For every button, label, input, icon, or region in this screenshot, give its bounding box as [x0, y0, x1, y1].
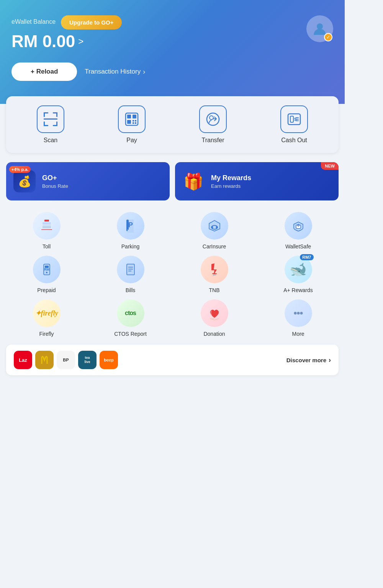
svg-rect-17	[135, 122, 136, 124]
tealive-logo[interactable]: tealive	[78, 351, 97, 369]
donation-item[interactable]: Donation	[174, 299, 255, 337]
arewards-icon: 🐋 RM7	[285, 256, 312, 283]
scan-icon	[41, 110, 60, 128]
scan-action[interactable]: Scan	[10, 105, 91, 144]
discover-more-label: Discover more	[286, 357, 326, 363]
firefly-item[interactable]: ✦firefly Firefly	[6, 299, 87, 337]
firefly-label: Firefly	[39, 331, 54, 337]
svg-rect-13	[127, 120, 131, 124]
go-plus-card[interactable]: +4% p.a. 💰 GO+ Bonus Rate	[6, 162, 170, 200]
services-grid: Toll P Parking	[6, 212, 339, 337]
transfer-icon	[204, 110, 222, 128]
walletsafe-item[interactable]: WalletSafe	[258, 212, 339, 250]
tnb-label: TNB	[209, 287, 220, 293]
mcd-logo[interactable]	[35, 351, 54, 369]
pay-icon	[123, 110, 141, 128]
more-label: More	[292, 331, 304, 337]
upgrade-button[interactable]: Upgrade to GO+	[61, 15, 122, 30]
svg-point-35	[211, 227, 213, 228]
svg-rect-43	[127, 264, 134, 275]
parking-item[interactable]: P Parking	[90, 212, 171, 250]
cashout-action[interactable]: $ Cash Out	[254, 105, 335, 144]
transfer-icon-box	[199, 105, 227, 133]
reload-button[interactable]: + Reload	[11, 62, 77, 81]
avatar[interactable]: ✓	[306, 15, 333, 42]
discover-bar: Laz BP tealive beep Discover more ›	[6, 345, 339, 375]
bills-label: Bills	[126, 287, 136, 293]
svg-rect-27	[44, 220, 49, 222]
pay-label: Pay	[126, 137, 137, 144]
arrow-icon: ›	[143, 68, 145, 76]
pay-icon-box	[118, 105, 146, 133]
quick-actions: Scan Pay Transfer	[6, 96, 339, 153]
services-section: Toll P Parking	[0, 204, 345, 337]
avatar-badge: ✓	[324, 33, 332, 41]
cashout-icon-box: $	[280, 105, 308, 133]
arewards-item[interactable]: 🐋 RM7 A+ Rewards	[258, 256, 339, 293]
lazada-logo[interactable]: Laz	[14, 351, 32, 369]
balance-arrow[interactable]: >	[78, 36, 83, 47]
donation-icon	[201, 299, 228, 327]
ctos-label: CTOS Report	[114, 331, 147, 337]
svg-rect-8	[56, 122, 57, 126]
svg-rect-15	[135, 120, 136, 122]
walletsafe-label: WalletSafe	[285, 243, 311, 250]
svg-point-41	[46, 272, 47, 273]
cashout-icon: $	[285, 110, 303, 128]
svg-rect-48	[213, 274, 216, 276]
discover-more-button[interactable]: Discover more ›	[286, 356, 331, 364]
ctos-icon: ctos	[117, 299, 144, 327]
walletsafe-icon	[285, 212, 312, 240]
prepaid-label: Prepaid	[37, 287, 56, 293]
promo-section: +4% p.a. 💰 GO+ Bonus Rate NEW 🎁 My Rewar…	[0, 153, 345, 204]
prepaid-item[interactable]: RM Prepaid	[6, 256, 87, 293]
ctos-item[interactable]: ctos CTOS Report	[90, 299, 171, 337]
my-rewards-card[interactable]: NEW 🎁 My Rewards Earn rewards	[175, 162, 339, 200]
carinsure-icon	[201, 212, 228, 240]
svg-rect-4	[56, 112, 57, 117]
svg-point-51	[300, 312, 303, 315]
arewards-emoji: 🐋	[290, 261, 307, 278]
prepaid-icon: RM	[33, 256, 61, 283]
go-rate-badge: +4% p.a.	[9, 166, 31, 173]
go-plus-icon: +4% p.a. 💰	[12, 169, 37, 194]
header: eWallet Balance Upgrade to GO+ RM 0.00 >…	[0, 0, 345, 104]
transfer-action[interactable]: Transfer	[172, 105, 254, 144]
parking-icon: P	[117, 212, 144, 240]
svg-point-36	[216, 227, 218, 228]
carinsure-item[interactable]: CarInsure	[174, 212, 255, 250]
discover-arrow-icon: ›	[329, 356, 331, 364]
transfer-label: Transfer	[202, 137, 224, 144]
scan-icon-box	[37, 105, 64, 133]
transaction-history-link[interactable]: Transaction History ›	[85, 68, 145, 76]
beep-logo[interactable]: beep	[100, 351, 118, 369]
svg-rect-47	[212, 273, 217, 274]
svg-point-0	[317, 23, 323, 30]
bills-item[interactable]: Bills	[90, 256, 171, 293]
svg-rect-21	[290, 116, 293, 122]
svg-text:P: P	[128, 221, 133, 229]
toll-icon	[33, 212, 61, 240]
svg-point-50	[297, 312, 300, 315]
rewards-title: My Rewards	[211, 174, 251, 182]
toll-item[interactable]: Toll	[6, 212, 87, 250]
svg-text:RM: RM	[44, 268, 49, 271]
balance-amount: RM 0.00	[11, 32, 75, 51]
rm7-badge: RM7	[300, 254, 313, 260]
firefly-icon: ✦firefly	[33, 299, 61, 327]
svg-rect-32	[128, 230, 134, 233]
more-item[interactable]: More	[258, 299, 339, 337]
pay-action[interactable]: Pay	[91, 105, 172, 144]
bp-logo[interactable]: BP	[57, 351, 75, 369]
tnb-item[interactable]: TNB	[174, 256, 255, 293]
donation-label: Donation	[203, 331, 225, 337]
scan-label: Scan	[44, 137, 57, 144]
svg-rect-11	[127, 115, 131, 118]
cashout-label: Cash Out	[281, 137, 307, 144]
rewards-icon: 🎁	[181, 169, 206, 194]
toll-label: Toll	[43, 243, 51, 250]
svg-rect-9	[44, 118, 57, 120]
carinsure-label: CarInsure	[203, 243, 226, 250]
ewallet-label: eWallet Balance	[11, 18, 56, 25]
partner-logos: Laz BP tealive beep	[14, 351, 118, 369]
